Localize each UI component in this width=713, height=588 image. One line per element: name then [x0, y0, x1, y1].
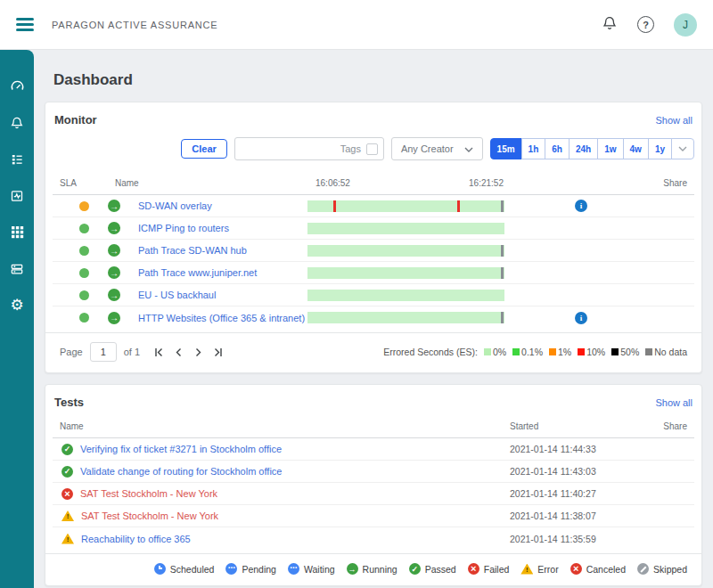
monitor-name-link[interactable]: SD-WAN overlay — [133, 200, 307, 211]
sidebar-item-dashboard[interactable] — [0, 68, 34, 104]
tests-card-title: Tests — [54, 396, 84, 409]
canceled-icon — [570, 563, 582, 575]
creator-filter-value: Any Creator — [401, 143, 454, 154]
legend-label: Running — [363, 564, 397, 575]
monitor-row: → HTTP Websites (Office 365 & intranet) … — [53, 306, 694, 329]
apps-grid-icon — [11, 225, 24, 239]
sidebar-item-settings[interactable]: ⚙ — [0, 287, 34, 323]
prev-page-icon[interactable] — [174, 347, 184, 357]
sidebar-item-alarms[interactable] — [0, 104, 34, 141]
main-content: Dashboard Monitor Show all Clear Tags An… — [34, 50, 713, 588]
server-stack-icon — [10, 262, 24, 276]
test-name-link[interactable]: Verifying fix of ticket #3271 in Stockho… — [80, 444, 282, 454]
test-name-link[interactable]: Validate change of routing for Stockholm… — [80, 466, 282, 477]
sidebar-item-monitors[interactable] — [0, 141, 34, 177]
time-range-1y[interactable]: 1y — [648, 138, 672, 159]
no-data-marker — [501, 200, 504, 212]
clear-filters-button[interactable]: Clear — [181, 139, 227, 159]
tests-show-all-link[interactable]: Show all — [655, 397, 693, 408]
sidebar-item-tests[interactable] — [0, 177, 34, 214]
test-name-link[interactable]: SAT Test Stockholm - New York — [81, 510, 218, 521]
monitor-name-link[interactable]: ICMP Ping to routers — [133, 223, 307, 233]
errored-seconds-bar[interactable] — [307, 290, 504, 301]
error-tick — [333, 200, 336, 212]
app-title: PARAGON ACTIVE ASSURANCE — [52, 20, 602, 30]
page-number-input[interactable] — [90, 342, 117, 362]
sidebar-item-apps[interactable] — [0, 214, 34, 250]
passed-icon — [409, 563, 421, 575]
monitor-card-title: Monitor — [54, 113, 97, 127]
time-range-1w[interactable]: 1w — [597, 138, 623, 159]
tags-filter[interactable]: Tags — [234, 137, 384, 160]
test-started: 2021-01-14 11:44:33 — [510, 444, 657, 454]
next-page-icon[interactable] — [193, 347, 203, 357]
skipped-icon — [637, 563, 649, 575]
info-icon[interactable]: i — [575, 312, 587, 324]
running-arrow-icon[interactable]: → — [108, 222, 120, 234]
col-time-end: 16:21:52 — [469, 178, 504, 188]
last-page-icon[interactable] — [213, 347, 223, 357]
errored-seconds-bar[interactable] — [307, 245, 504, 257]
monitor-row: → SD-WAN overlay i — [53, 195, 694, 217]
es-legend-item: 10% — [586, 347, 605, 357]
tags-input[interactable] — [241, 143, 335, 154]
gear-icon: ⚙ — [10, 298, 23, 313]
tests-footer: Scheduled Pending Waiting Running Passed… — [45, 553, 701, 585]
running-arrow-icon[interactable]: → — [108, 289, 120, 301]
test-name-link[interactable]: SAT Test Stockholm - New York — [80, 488, 217, 499]
test-name-link[interactable]: Reachability to office 365 — [81, 534, 191, 544]
error-icon — [61, 510, 74, 521]
es-legend-item: 0% — [493, 347, 506, 357]
running-arrow-icon[interactable]: → — [108, 200, 120, 212]
notifications-bell-icon[interactable] — [602, 15, 618, 35]
running-arrow-icon[interactable]: → — [108, 266, 120, 279]
sidebar-item-devices[interactable] — [0, 250, 34, 287]
test-row: Reachability to office 365 2021-01-14 11… — [53, 527, 694, 550]
errored-seconds-bar[interactable] — [307, 312, 504, 323]
errored-seconds-bar[interactable] — [307, 223, 504, 234]
sla-status-dot — [79, 224, 89, 233]
time-range-1h[interactable]: 1h — [521, 138, 546, 159]
first-page-icon[interactable] — [154, 347, 164, 357]
chevron-down-icon — [464, 143, 473, 154]
monitor-show-all-link[interactable]: Show all — [655, 115, 693, 126]
test-row: Validate change of routing for Stockholm… — [53, 461, 694, 483]
legend-label: Passed — [425, 564, 456, 575]
info-icon[interactable]: i — [575, 200, 587, 212]
running-arrow-icon[interactable]: → — [108, 312, 120, 324]
sla-status-dot — [79, 201, 89, 211]
pending-icon — [225, 563, 237, 575]
time-range-group: 15m 1h 6h 24h 1w 4w 1y — [490, 138, 694, 159]
menu-icon[interactable] — [16, 18, 34, 30]
failed-icon — [61, 488, 73, 500]
time-range-24h[interactable]: 24h — [569, 138, 598, 159]
creator-filter-dropdown[interactable]: Any Creator — [391, 137, 483, 160]
errored-seconds-bar[interactable] — [307, 200, 504, 212]
legend-label: Waiting — [304, 564, 335, 575]
time-range-4w[interactable]: 4w — [623, 138, 649, 159]
page-of-label: of 1 — [124, 347, 140, 357]
running-arrow-icon[interactable]: → — [108, 244, 120, 257]
error-icon — [61, 534, 74, 544]
time-range-more-chevron[interactable] — [671, 138, 694, 159]
tag-color-swatch[interactable] — [366, 143, 378, 155]
top-bar: PARAGON ACTIVE ASSURANCE ? J — [0, 0, 713, 50]
time-range-6h[interactable]: 6h — [545, 138, 570, 159]
test-row: Verifying fix of ticket #3271 in Stockho… — [53, 438, 694, 461]
test-started: 2021-01-14 11:40:27 — [510, 488, 657, 499]
monitor-table-header: SLA Name 16:06:52 16:21:52 Share — [53, 171, 694, 195]
monitor-name-link[interactable]: Path Trace SD-WAN hub — [133, 245, 307, 256]
page-label: Page — [60, 347, 83, 357]
monitor-name-link[interactable]: Path Trace www.juniper.net — [133, 267, 307, 278]
monitor-filters: Clear Tags Any Creator 15m 1h — [53, 137, 694, 160]
time-range-15m[interactable]: 15m — [490, 138, 522, 159]
errored-seconds-bar[interactable] — [307, 267, 504, 279]
tests-table-header: Name Started Share — [53, 409, 694, 438]
monitor-row: → Path Trace www.juniper.net — [53, 262, 694, 284]
col-share: Share — [657, 421, 687, 431]
user-avatar[interactable]: J — [674, 13, 697, 37]
monitor-name-link[interactable]: EU - US backhaul — [133, 290, 307, 300]
col-share: Share — [657, 178, 687, 188]
help-icon[interactable]: ? — [637, 16, 654, 33]
monitor-name-link[interactable]: HTTP Websites (Office 365 & intranet) — [133, 313, 307, 323]
